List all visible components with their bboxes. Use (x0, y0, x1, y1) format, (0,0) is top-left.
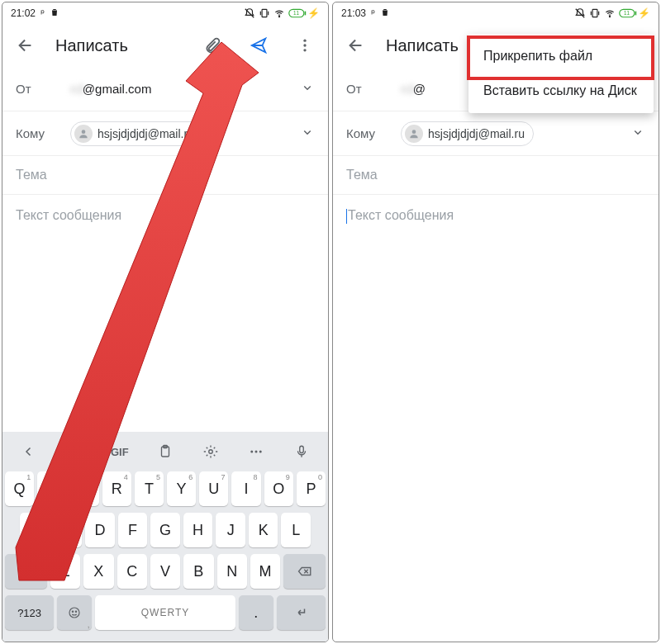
kb-more-icon[interactable] (240, 444, 273, 459)
text-cursor (346, 209, 347, 224)
phone-right: 21:03 ᵖ 11 ⚡ Написать От n 3@ Кому (332, 2, 659, 642)
recipient-chip[interactable]: hsjsjdjdjdj@mail.ru (401, 121, 534, 146)
battery-icon: 11 ⚡ (288, 7, 320, 19)
wifi-icon (273, 7, 285, 19)
svg-point-11 (82, 130, 86, 134)
key-o[interactable]: O9 (264, 471, 293, 506)
key-p[interactable]: P0 (297, 471, 326, 506)
svg-point-18 (251, 451, 254, 453)
avatar-icon (74, 125, 93, 143)
vibrate-icon (259, 7, 270, 19)
svg-point-13 (71, 449, 73, 451)
kb-gif-button[interactable]: GIF (103, 446, 136, 458)
chip-text: hsjsjdjdjdj@mail.ru (428, 127, 525, 140)
keyboard: GIF Q1W2E3R4T5Y6U7I8O9P0 ASDFGHJKL ZXCVB… (2, 432, 328, 642)
battery-icon: 11 ⚡ (619, 7, 650, 19)
key-m[interactable]: M (250, 554, 280, 589)
menu-insert-drive-link[interactable]: Вставить ссылку на Диск (468, 73, 654, 108)
svg-point-8 (303, 40, 306, 42)
key-enter[interactable] (277, 595, 326, 630)
to-row[interactable]: Кому hsjsjdjdjdj@mail.ru (333, 111, 659, 156)
key-x[interactable]: X (83, 554, 113, 589)
svg-rect-32 (635, 12, 637, 16)
svg-point-20 (259, 451, 262, 453)
from-row[interactable]: От n 3@gmail.com (2, 67, 328, 111)
key-r[interactable]: R4 (102, 471, 131, 506)
kb-clipboard-icon[interactable] (149, 444, 182, 459)
key-k[interactable]: K (249, 513, 278, 547)
svg-rect-21 (300, 446, 304, 452)
key-q[interactable]: Q1 (5, 471, 34, 506)
key-g[interactable]: G (150, 513, 180, 547)
body-input[interactable]: Текст сообщения (2, 195, 328, 432)
kb-mic-icon[interactable] (285, 444, 318, 459)
attach-button[interactable] (196, 29, 229, 62)
from-value: n 3@gmail.com (70, 82, 283, 96)
key-h[interactable]: H (183, 513, 213, 547)
svg-text:11: 11 (293, 10, 299, 16)
key-symbols[interactable]: ?123 (5, 595, 54, 630)
svg-point-23 (73, 611, 74, 612)
svg-point-17 (209, 450, 213, 454)
status-time: 21:02 (11, 7, 36, 19)
to-label: Кому (346, 126, 384, 140)
kb-settings-icon[interactable] (194, 444, 227, 459)
svg-point-19 (255, 451, 258, 453)
kb-collapse-icon[interactable] (12, 444, 45, 459)
keyboard-toolbar: GIF (2, 435, 328, 468)
key-w[interactable]: W2 (37, 471, 66, 506)
back-button[interactable] (9, 29, 42, 62)
key-emoji[interactable]: , (57, 595, 92, 630)
svg-rect-12 (68, 446, 80, 458)
key-e[interactable]: E3 (69, 471, 98, 506)
key-period[interactable]: . (239, 595, 273, 630)
recipient-chip[interactable]: hsjsjdjdjdj@mail.ru (70, 121, 203, 146)
key-y[interactable]: Y6 (167, 471, 196, 506)
key-backspace[interactable] (283, 554, 326, 589)
key-space[interactable]: QWERTY (95, 595, 235, 630)
from-label: От (346, 82, 384, 96)
menu-attach-file[interactable]: Прикрепить файл (468, 39, 654, 73)
key-z[interactable]: Z (50, 554, 80, 589)
dnd-icon (244, 7, 255, 19)
attach-menu: Прикрепить файл Вставить ссылку на Диск (468, 34, 654, 113)
key-a[interactable]: A (20, 513, 50, 547)
key-b[interactable]: B (183, 554, 213, 589)
status-app-icon: ᵖ (40, 7, 45, 19)
key-l[interactable]: L (281, 513, 311, 547)
send-button[interactable] (242, 29, 275, 62)
key-d[interactable]: D (85, 513, 115, 547)
svg-rect-27 (592, 9, 597, 17)
phone-left: 21:02 ᵖ 11 ⚡ Написать (2, 2, 329, 642)
svg-text:11: 11 (624, 10, 630, 16)
subject-input[interactable]: Тема (2, 156, 328, 195)
avatar-icon (405, 125, 423, 143)
dnd-icon (574, 7, 586, 19)
key-u[interactable]: U7 (199, 471, 228, 506)
kb-sticker-icon[interactable] (58, 443, 91, 460)
key-v[interactable]: V (150, 554, 180, 589)
svg-point-24 (76, 611, 77, 612)
svg-point-34 (412, 130, 416, 134)
key-n[interactable]: N (217, 554, 247, 589)
svg-point-30 (609, 17, 610, 17)
to-label: Кому (16, 126, 54, 140)
svg-point-10 (303, 49, 306, 51)
key-s[interactable]: S (53, 513, 83, 547)
chevron-down-icon[interactable] (630, 125, 645, 142)
chevron-down-icon[interactable] (300, 125, 315, 142)
key-c[interactable]: C (117, 554, 147, 589)
to-row[interactable]: Кому hsjsjdjdjdj@mail.ru (2, 111, 328, 156)
more-button[interactable] (288, 29, 321, 62)
status-app-icon: ᵖ (371, 7, 375, 19)
subject-input[interactable]: Тема (333, 156, 659, 195)
key-i[interactable]: I8 (231, 471, 260, 506)
key-t[interactable]: T5 (135, 471, 164, 506)
key-f[interactable]: F (118, 513, 148, 547)
key-j[interactable]: J (216, 513, 245, 547)
key-shift[interactable] (5, 554, 47, 589)
status-time: 21:03 (341, 7, 366, 19)
back-button[interactable] (340, 29, 373, 62)
body-input[interactable]: Текст сообщения (333, 195, 659, 642)
chevron-down-icon[interactable] (300, 80, 315, 97)
